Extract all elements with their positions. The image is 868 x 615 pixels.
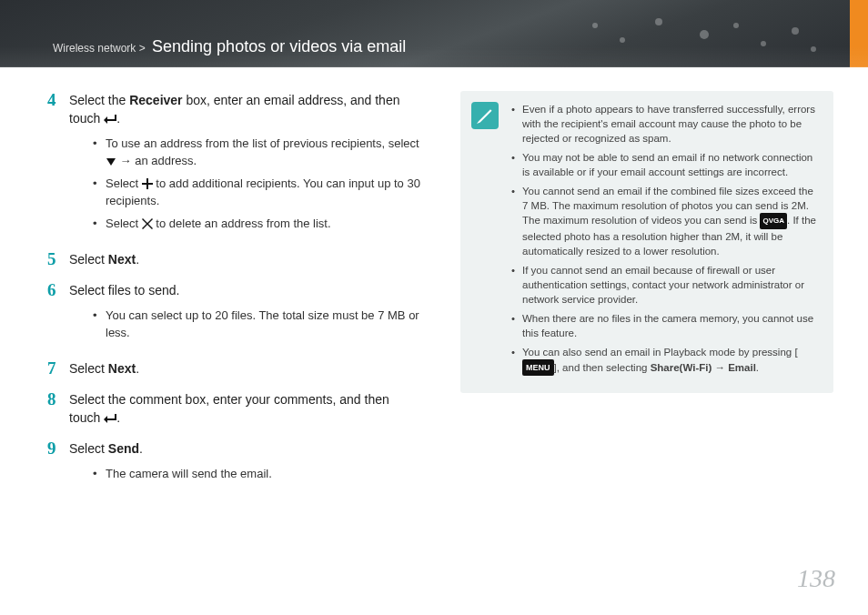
svg-point-4 <box>733 23 739 28</box>
svg-point-5 <box>761 41 766 46</box>
step-text: Select Next. <box>69 250 420 268</box>
svg-point-3 <box>700 30 709 39</box>
svg-point-7 <box>811 46 816 52</box>
menu-button-icon: MENU <box>522 359 554 376</box>
breadcrumb-section: Sending photos or videos via email <box>152 37 406 55</box>
step-sub-item: Select to delete an address from the lis… <box>91 215 420 232</box>
step-number: 6 <box>47 281 69 347</box>
callout-item: You may not be able to send an email if … <box>510 150 817 179</box>
step-number: 9 <box>47 439 69 488</box>
step-8: 8Select the comment box, enter your comm… <box>47 390 420 427</box>
steps-column: 4Select the Receiver box, enter an email… <box>47 91 420 500</box>
step-text: Select Send.The camera will send the ema… <box>69 439 420 488</box>
step-number: 5 <box>47 250 69 268</box>
step-number: 4 <box>47 91 69 237</box>
step-sub-item: You can select up to 20 files. The total… <box>91 307 420 341</box>
step-text: Select Next. <box>69 359 420 378</box>
step-text: Select files to send.You can select up t… <box>69 281 420 347</box>
page-number: 138 <box>797 564 835 593</box>
step-number: 7 <box>47 359 69 378</box>
plus-icon <box>142 178 153 191</box>
page-body: 4Select the Receiver box, enter an email… <box>0 91 868 615</box>
breadcrumb-category: Wireless network <box>53 42 136 55</box>
callout-item: When there are no files in the camera me… <box>510 311 817 340</box>
svg-point-0 <box>592 23 598 28</box>
enter-icon <box>104 413 116 426</box>
notes-callout: Even if a photo appears to have transfer… <box>460 91 833 393</box>
step-text: Select the Receiver box, enter an email … <box>69 91 420 237</box>
page-header: Wireless network > Sending photos or vid… <box>0 0 868 67</box>
x-icon <box>142 218 153 231</box>
enter-icon <box>104 114 116 126</box>
video-resolution-icon: QVGA <box>760 213 787 229</box>
svg-point-2 <box>655 18 662 25</box>
step-sub-item: Select to add additional recipients. You… <box>91 175 420 209</box>
step-9: 9Select Send.The camera will send the em… <box>47 439 420 488</box>
step-4: 4Select the Receiver box, enter an email… <box>47 91 420 237</box>
breadcrumb: Wireless network > Sending photos or vid… <box>53 37 406 56</box>
callout-item: If you cannot send an email because of f… <box>510 263 817 307</box>
callout-item: Even if a photo appears to have transfer… <box>510 102 817 146</box>
step-5: 5Select Next. <box>47 250 420 268</box>
down-triangle-icon <box>106 156 116 168</box>
svg-point-6 <box>792 27 799 35</box>
svg-point-1 <box>620 37 625 43</box>
step-text: Select the comment box, enter your comme… <box>69 390 420 427</box>
step-number: 8 <box>47 390 69 427</box>
step-sub-item: To use an address from the list of previ… <box>91 135 420 169</box>
header-decor-dots <box>577 9 832 58</box>
orange-side-tab <box>850 0 868 67</box>
callout-item: You can also send an email in Playback m… <box>510 345 817 376</box>
step-sub-item: The camera will send the email. <box>91 465 420 482</box>
callout-item: You cannot send an email if the combined… <box>510 184 817 258</box>
step-7: 7Select Next. <box>47 359 420 378</box>
step-6: 6Select files to send.You can select up … <box>47 281 420 347</box>
notes-column: Even if a photo appears to have transfer… <box>460 91 833 393</box>
note-icon <box>471 102 499 129</box>
